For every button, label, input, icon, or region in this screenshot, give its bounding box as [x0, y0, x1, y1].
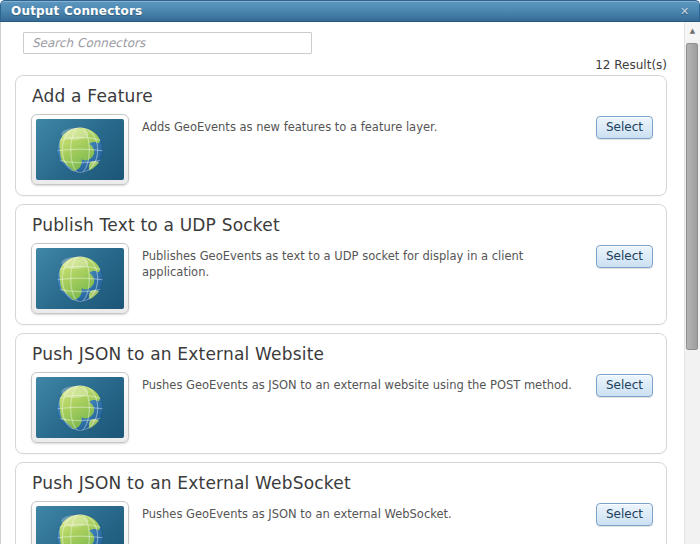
globe-icon: [53, 381, 107, 435]
dialog-titlebar: Output Connectors ✕: [0, 0, 700, 22]
scroll-up-icon[interactable]: ▲: [685, 22, 700, 40]
connector-thumbnail: [31, 243, 129, 314]
dialog-title: Output Connectors: [1, 4, 142, 18]
select-button[interactable]: Select: [596, 374, 653, 397]
connector-title: Push JSON to an External WebSocket: [32, 473, 654, 493]
results-count: 12 Result(s): [2, 58, 667, 72]
connector-title: Push JSON to an External Website: [32, 344, 654, 364]
connector-card-push-json-website: Push JSON to an External Website Pushes …: [15, 333, 667, 454]
vertical-scrollbar: ▲: [684, 22, 700, 544]
connector-description: Adds GeoEvents as new features to a feat…: [129, 114, 588, 136]
connector-title: Add a Feature: [32, 86, 654, 106]
globe-icon: [53, 252, 107, 306]
scrollbar-thumb[interactable]: [686, 43, 698, 350]
search-connectors-input[interactable]: [23, 32, 312, 54]
close-icon[interactable]: ✕: [677, 4, 692, 19]
connector-card-add-a-feature: Add a Feature Adds GeoEvents as new feat…: [15, 75, 667, 196]
connector-description: Pushes GeoEvents as JSON to an external …: [129, 501, 588, 523]
connector-list: Add a Feature Adds GeoEvents as new feat…: [15, 75, 667, 544]
connector-thumbnail: [31, 114, 129, 185]
connector-description: Pushes GeoEvents as JSON to an external …: [129, 372, 588, 394]
output-connectors-dialog: Output Connectors ✕ 12 Result(s) Add a F…: [0, 0, 700, 544]
connector-thumbnail: [31, 501, 129, 544]
connector-title: Publish Text to a UDP Socket: [32, 215, 654, 235]
dialog-content: 12 Result(s) Add a Feature Adds GeoEvent…: [2, 22, 684, 544]
globe-icon: [53, 123, 107, 177]
connector-card-push-json-websocket: Push JSON to an External WebSocket Pushe…: [15, 462, 667, 544]
select-button[interactable]: Select: [596, 503, 653, 526]
connector-thumbnail: [31, 372, 129, 443]
connector-description: Publishes GeoEvents as text to a UDP soc…: [129, 243, 588, 280]
connector-card-publish-text-udp: Publish Text to a UDP Socket Publishes G…: [15, 204, 667, 325]
globe-icon: [53, 510, 107, 544]
dialog-body: 12 Result(s) Add a Feature Adds GeoEvent…: [0, 22, 700, 544]
select-button[interactable]: Select: [596, 116, 653, 139]
select-button[interactable]: Select: [596, 245, 653, 268]
